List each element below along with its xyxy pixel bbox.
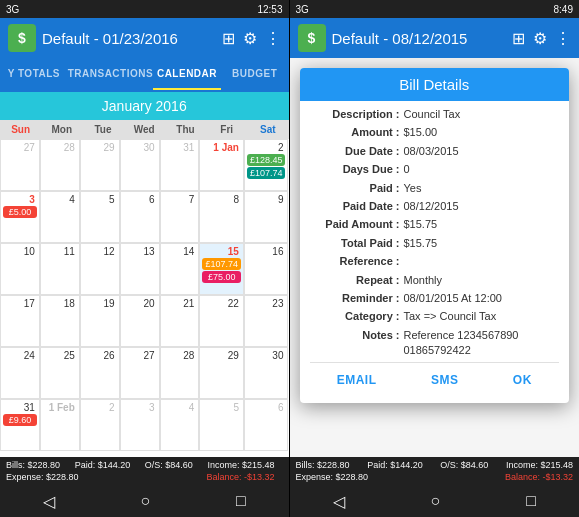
right-header: $ Default - 08/12/2015 ⊞ ⚙ ⋮: [290, 18, 580, 58]
calc-icon[interactable]: ⊞: [222, 29, 235, 48]
cal-cell-jan15[interactable]: 15 £107.74 £75.00: [199, 243, 244, 295]
cal-cell-jan22[interactable]: 22: [199, 295, 244, 347]
left-status-bar: 3G 12:53: [0, 0, 289, 18]
dialog-overlay: Bill Details Description : Council Tax A…: [290, 58, 580, 457]
back-button[interactable]: ◁: [31, 488, 67, 515]
cal-cell-w1d5[interactable]: 31: [160, 139, 200, 191]
cal-cell-jan19[interactable]: 19: [80, 295, 120, 347]
cal-cell-jan28[interactable]: 28: [160, 347, 200, 399]
right-nav-bar: ◁ ○ □: [290, 485, 580, 517]
tab-transactions[interactable]: TRANSACTIONS: [68, 58, 153, 90]
day-header-fri: Fri: [206, 120, 247, 139]
cal-cell-jan21[interactable]: 21: [160, 295, 200, 347]
cal-cell-jan27[interactable]: 27: [120, 347, 160, 399]
left-nav-bar: ◁ ○ □: [0, 485, 289, 517]
search-icon[interactable]: ⚙: [243, 29, 257, 48]
tab-calendar[interactable]: CALENDAR: [153, 58, 221, 90]
right-recents-button[interactable]: □: [514, 488, 548, 514]
notes-label: Notes :: [310, 328, 400, 359]
calendar-month-header: January 2016: [0, 92, 289, 120]
cal-cell-w1d1[interactable]: 27: [0, 139, 40, 191]
cal-cell-jan8[interactable]: 8: [199, 191, 244, 243]
dialog-row-reference: Reference :: [310, 254, 560, 269]
event-128: £128.45: [247, 154, 286, 166]
day-header-tue: Tue: [82, 120, 123, 139]
event-9-60: £9.60: [3, 414, 37, 426]
home-button[interactable]: ○: [129, 488, 163, 514]
ok-button[interactable]: OK: [501, 369, 544, 391]
menu-icon[interactable]: ⋮: [265, 29, 281, 48]
cal-cell-jan1[interactable]: 1 Jan: [199, 139, 244, 191]
cal-cell-jan17[interactable]: 17: [0, 295, 40, 347]
cal-cell-w1d2[interactable]: 28: [40, 139, 80, 191]
cal-cell-jan11[interactable]: 11: [40, 243, 80, 295]
cal-cell-jan24[interactable]: 24: [0, 347, 40, 399]
email-button[interactable]: EMAIL: [325, 369, 389, 391]
cal-cell-jan29[interactable]: 29: [199, 347, 244, 399]
left-signal: 3G: [6, 4, 19, 15]
cal-cell-jan6[interactable]: 6: [120, 191, 160, 243]
right-status-bar: 3G 8:49: [290, 0, 580, 18]
right-bills-label: Bills: $228.80: [296, 460, 350, 470]
tab-budget[interactable]: BUDGET: [221, 58, 289, 90]
dialog-actions: EMAIL SMS OK: [310, 362, 560, 397]
cal-cell-jan3[interactable]: 3 £5.00: [0, 191, 40, 243]
cal-cell-jan18[interactable]: 18: [40, 295, 80, 347]
expense-label: Expense: $228.80: [6, 472, 83, 482]
right-menu-icon[interactable]: ⋮: [555, 29, 571, 48]
right-search-icon[interactable]: ⚙: [533, 29, 547, 48]
tab-y-totals[interactable]: Y TOTALS: [0, 58, 68, 90]
day-header-mon: Mon: [41, 120, 82, 139]
dialog-row-repeat: Repeat : Monthly: [310, 273, 560, 288]
cal-cell-jan13[interactable]: 13: [120, 243, 160, 295]
cal-cell-jan30[interactable]: 30: [244, 347, 289, 399]
cal-cell-feb3[interactable]: 3: [120, 399, 160, 451]
cal-cell-jan20[interactable]: 20: [120, 295, 160, 347]
due-date-label: Due Date :: [310, 144, 400, 159]
right-balance-label: Balance: -$13.32: [505, 472, 573, 482]
right-panel: 3G 8:49 $ Default - 08/12/2015 ⊞ ⚙ ⋮ Bil…: [290, 0, 580, 517]
cal-cell-jan14[interactable]: 14: [160, 243, 200, 295]
reference-value: [404, 254, 560, 269]
cal-cell-jan25[interactable]: 25: [40, 347, 80, 399]
paid-amount-label: Paid Amount :: [310, 217, 400, 232]
left-header-title: Default - 01/23/2016: [42, 30, 216, 47]
cal-cell-w1d4[interactable]: 30: [120, 139, 160, 191]
cal-cell-jan2[interactable]: 2 £128.45 £107.74: [244, 139, 289, 191]
cal-cell-jan16[interactable]: 16: [244, 243, 289, 295]
cal-cell-jan31[interactable]: 31 £9.60: [0, 399, 40, 451]
cal-cell-jan10[interactable]: 10: [0, 243, 40, 295]
repeat-value: Monthly: [404, 273, 560, 288]
right-app-icon: $: [298, 24, 326, 52]
calendar-grid: Sun Mon Tue Wed Thu Fri Sat 27 28 29 30 …: [0, 120, 289, 457]
left-header-actions: ⊞ ⚙ ⋮: [222, 29, 281, 48]
cal-cell-w1d3[interactable]: 29: [80, 139, 120, 191]
cal-cell-jan4[interactable]: 4: [40, 191, 80, 243]
left-time: 12:53: [257, 4, 282, 15]
recents-button[interactable]: □: [224, 488, 258, 514]
cal-cell-jan23[interactable]: 23: [244, 295, 289, 347]
cal-cell-jan26[interactable]: 26: [80, 347, 120, 399]
left-app-icon: $: [8, 24, 36, 52]
cal-cell-jan9[interactable]: 9: [244, 191, 289, 243]
right-back-button[interactable]: ◁: [321, 488, 357, 515]
cal-cell-feb4[interactable]: 4: [160, 399, 200, 451]
right-calc-icon[interactable]: ⊞: [512, 29, 525, 48]
cal-cell-jan5[interactable]: 5: [80, 191, 120, 243]
right-signal: 3G: [296, 4, 309, 15]
dialog-row-total-paid: Total Paid : $15.75: [310, 236, 560, 251]
cal-cell-feb2[interactable]: 2: [80, 399, 120, 451]
cal-cell-jan7[interactable]: 7: [160, 191, 200, 243]
bill-details-dialog: Bill Details Description : Council Tax A…: [300, 68, 570, 403]
day-header-wed: Wed: [124, 120, 165, 139]
dialog-row-due-date: Due Date : 08/03/2015: [310, 144, 560, 159]
cal-cell-jan12[interactable]: 12: [80, 243, 120, 295]
cal-cell-feb1[interactable]: 1 Feb: [40, 399, 80, 451]
right-paid-label: Paid: $144.20: [367, 460, 423, 470]
sms-button[interactable]: SMS: [419, 369, 471, 391]
cal-cell-feb5[interactable]: 5: [199, 399, 244, 451]
cal-cell-feb6[interactable]: 6: [244, 399, 289, 451]
right-home-button[interactable]: ○: [419, 488, 453, 514]
balance-label: Balance: -$13.32: [206, 472, 278, 482]
right-header-title: Default - 08/12/2015: [332, 30, 507, 47]
